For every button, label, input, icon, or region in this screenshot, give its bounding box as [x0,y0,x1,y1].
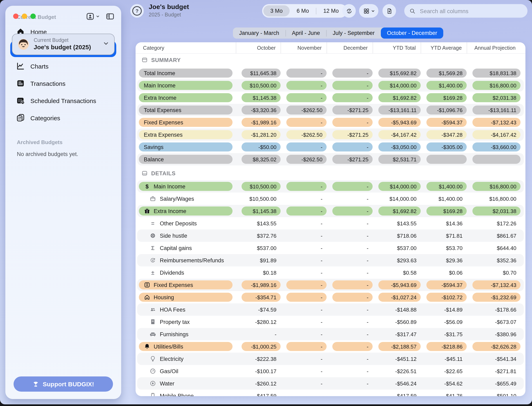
value-text[interactable]: - [321,232,327,239]
value-pill[interactable]: -$594.37 [426,118,467,127]
value-text[interactable]: $0.58 [403,269,421,276]
table-row-mobile-phone[interactable]: Mobile Phone-$417.59---$417.59-$41.76-$5… [137,390,524,396]
value-text[interactable]: - [367,356,373,362]
sidebar-toggle-icon[interactable] [106,12,115,21]
value-pill[interactable]: - [286,342,327,351]
budget-selector[interactable]: Current Budget Joe's budget (2025) [12,34,115,55]
value-pill[interactable]: -$13,161.11 [473,106,520,115]
value-pill[interactable]: -$2,188.57 [378,342,421,351]
value-text[interactable]: -$100.17 [255,368,281,374]
tab-october-december[interactable]: October - December [381,28,443,39]
value-text[interactable]: -$56.09 [444,319,467,325]
value-pill[interactable]: $1,692.82 [378,93,421,102]
range-option-12-mo[interactable]: 12 Mo [316,5,346,16]
value-text[interactable]: $1,400.00 [439,196,467,202]
value-text[interactable]: $14.36 [446,220,467,226]
value-pill[interactable]: - [286,69,327,78]
value-pill[interactable]: $1,145.38 [242,93,281,102]
value-text[interactable]: -$14.89 [444,306,467,313]
category-pill[interactable]: Extra Expenses [139,130,233,139]
column-header-december[interactable]: December [327,42,373,53]
close-button[interactable] [13,14,18,19]
category-pill[interactable]: Extra Income [139,206,233,216]
value-text[interactable]: - [367,380,373,386]
column-header-category[interactable]: Category [139,42,236,53]
value-pill[interactable]: -$262.50 [286,155,327,164]
table-row-main-income[interactable]: Main Income$10,500.00--$14,000.00$1,400.… [137,79,524,92]
value-text[interactable]: -$45.11 [445,356,467,362]
value-text[interactable]: -$546.24 [395,380,421,386]
value-pill[interactable]: -$50.00 [242,142,281,152]
value-text[interactable]: - [367,331,373,337]
value-pill[interactable]: -$262.50 [286,106,327,115]
tab-january-march[interactable]: January - March [233,28,285,39]
category-pill[interactable]: Fixed Expenses [139,118,233,127]
table-row-balance[interactable]: Balance$8,325.02-$262.50-$271.25$2,531.7… [137,153,524,166]
value-pill[interactable]: -$7,132.43 [473,280,520,290]
view-options-button[interactable] [359,4,378,18]
value-pill[interactable]: -$1,232.69 [473,293,520,302]
value-text[interactable]: -$222.38 [255,356,281,362]
table-row-electricity[interactable]: Electricity-$222.38---$451.12-$45.11-$54… [137,353,524,365]
table-row-fixed-expenses[interactable]: Fixed Expenses-$1,989.16---$5,943.69-$59… [137,116,524,129]
category-pill[interactable]: Main Income [139,81,233,90]
value-text[interactable]: - [367,196,373,202]
value-text[interactable]: -$451.12 [395,356,421,362]
value-pill[interactable]: - [332,182,373,191]
column-header-november[interactable]: November [281,42,327,53]
value-pill[interactable]: -$218.86 [426,342,467,351]
value-pill[interactable]: $8,325.02 [242,155,281,164]
category-pill[interactable]: Extra Income [139,93,233,102]
value-pill[interactable]: $2,031.38 [473,206,520,216]
value-pill[interactable]: $14,000.00 [378,81,421,90]
table-row-fixed-expenses[interactable]: Fixed Expenses-$1,989.16---$5,943.69-$59… [137,279,524,291]
table-row-salary-wages[interactable]: Salary/Wages$10,500.00--$14,000.00$1,400… [137,193,524,205]
value-text[interactable]: - [367,368,373,374]
value-pill[interactable]: -$102.72 [426,293,467,302]
value-text[interactable]: -$417.59 [255,393,281,396]
table-row-utilities-bills[interactable]: Utilities/Bills-$1,000.25---$2,188.57-$2… [137,340,524,353]
table-row-reimbursements-refunds[interactable]: $Reimbursements/Refunds$91.89--$293.63$2… [137,254,524,266]
table-row-hoa-fees[interactable]: HOA Fees-$74.59---$148.88-$14.89-$178.66 [137,303,524,316]
category-pill[interactable]: $Main Income [139,182,233,191]
table-row-property-tax[interactable]: Property tax-$280.12---$560.89-$56.09-$6… [137,316,524,328]
value-pill[interactable]: $1,400.00 [426,81,467,90]
value-text[interactable]: - [321,245,327,251]
value-pill[interactable]: - [286,280,327,290]
category-pill[interactable]: Total Expenses [139,106,233,115]
table-row-water[interactable]: Water-$260.12---$546.24-$54.62-$655.49 [137,377,524,390]
profile-icon[interactable] [86,12,100,21]
value-text[interactable]: $91.89 [260,257,281,263]
value-pill[interactable]: - [286,293,327,302]
value-text[interactable]: $537.00 [257,245,281,251]
table-row-main-income[interactable]: $Main Income$10,500.00--$14,000.00$1,400… [137,180,524,193]
value-pill[interactable]: -$1,027.24 [378,293,421,302]
support-button[interactable]: Support BUDGIX! [14,377,113,392]
value-text[interactable]: $143.55 [397,220,421,226]
value-pill[interactable]: $169.28 [426,93,467,102]
value-pill[interactable]: -$1,281.20 [242,130,281,139]
value-text[interactable]: - [367,319,373,325]
sidebar-item-charts[interactable]: Charts [10,58,116,74]
value-text[interactable]: -$148.88 [395,306,421,313]
value-pill[interactable]: $1,145.38 [242,206,281,216]
table-row-housing[interactable]: Housing-$354.71---$1,027.24-$102.72-$1,2… [137,291,524,303]
import-button[interactable] [383,4,396,18]
value-text[interactable]: $352.36 [497,257,520,263]
value-pill[interactable]: $10,500.00 [242,182,281,191]
table-row-furnishings[interactable]: Furnishings----$317.47-$31.75-$380.96 [137,328,524,340]
value-text[interactable]: - [321,306,327,313]
table-row-other-deposits[interactable]: =Other Deposits$143.55--$143.55$14.36$17… [137,217,524,230]
table-row-capital-gains[interactable]: ΣCapital gains$537.00--$537.00$53.70$644… [137,242,524,254]
table-row-side-hustle[interactable]: Side hustle$372.76--$718.06$71.81$861.67 [137,230,524,242]
value-text[interactable]: - [367,257,373,263]
sync-alert-button[interactable] [342,4,356,18]
value-pill[interactable]: -$305.00 [426,142,467,152]
value-text[interactable]: $718.06 [397,232,421,239]
value-text[interactable]: - [321,269,327,276]
value-text[interactable]: -$271.81 [495,368,520,374]
table-row-dividends[interactable]: ±Dividends$0.18--$0.58$0.06$0.70 [137,266,524,279]
value-pill[interactable]: -$271.25 [332,106,373,115]
category-pill[interactable]: Fixed Expenses [139,280,233,290]
value-pill[interactable]: $1,400.00 [426,182,467,191]
